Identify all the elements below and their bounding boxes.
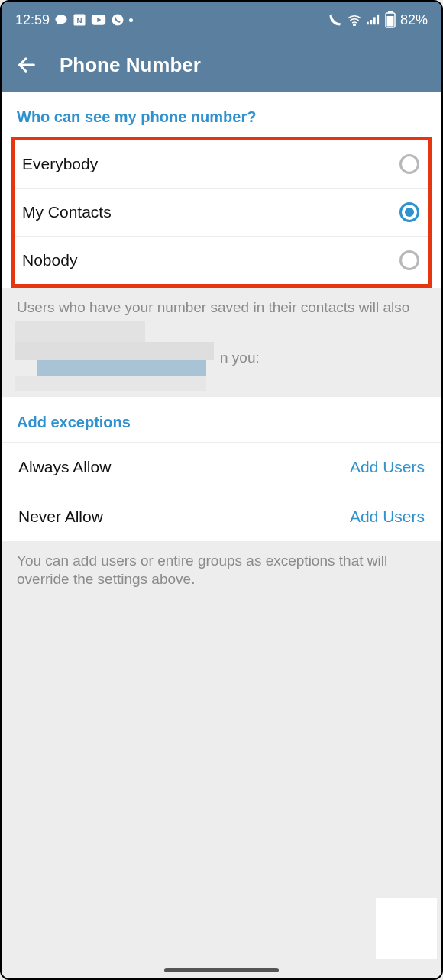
signal-icon	[367, 14, 380, 26]
status-left: 12:59 N	[15, 12, 133, 28]
svg-point-4	[354, 24, 355, 25]
redacted-area: n you:	[2, 321, 441, 397]
svg-text:N: N	[77, 16, 82, 24]
phone-badge-icon	[111, 13, 124, 27]
svg-point-3	[112, 15, 124, 26]
radio-everybody[interactable]: Everybody	[15, 140, 428, 188]
radio-icon	[399, 154, 419, 174]
radio-label: Nobody	[22, 251, 77, 269]
nav-handle[interactable]	[164, 968, 279, 972]
page-title: Phone Number	[60, 53, 201, 77]
radio-icon	[399, 250, 419, 270]
highlight-box: Everybody My Contacts Nobody	[11, 137, 432, 288]
svg-rect-5	[367, 22, 369, 25]
exceptions-header: Add exceptions	[2, 397, 441, 442]
call-icon	[328, 13, 342, 27]
visibility-section: Who can see my phone number? Everybody M…	[2, 92, 441, 288]
wifi-icon	[347, 14, 362, 26]
visibility-desc-text: Users who have your number saved in thei…	[17, 299, 409, 315]
white-patch	[376, 898, 437, 959]
back-button[interactable]	[15, 53, 38, 76]
app-icon: N	[73, 13, 86, 27]
more-dot-icon	[129, 18, 133, 22]
app-bar: Phone Number	[2, 38, 441, 92]
radio-nobody[interactable]: Nobody	[15, 236, 428, 284]
radio-label: My Contacts	[22, 203, 112, 221]
status-right: 82%	[328, 11, 428, 28]
exceptions-section: Add exceptions Always Allow Add Users Ne…	[2, 397, 441, 541]
exception-label: Always Allow	[18, 458, 111, 476]
visibility-desc: Users who have your number saved in thei…	[2, 288, 441, 321]
status-time: 12:59	[15, 12, 50, 28]
battery-text: 82%	[400, 12, 428, 28]
add-users-button[interactable]: Add Users	[350, 458, 425, 476]
exception-label: Never Allow	[18, 508, 103, 526]
radio-my-contacts[interactable]: My Contacts	[15, 188, 428, 236]
status-bar: 12:59 N 82%	[2, 2, 441, 38]
youtube-icon	[91, 14, 106, 26]
svg-rect-6	[370, 20, 373, 24]
radio-label: Everybody	[22, 155, 98, 173]
add-users-button[interactable]: Add Users	[350, 508, 425, 526]
exceptions-desc: You can add users or entire groups as ex…	[2, 541, 441, 601]
battery-icon	[385, 11, 396, 28]
svg-rect-8	[377, 15, 379, 24]
visibility-desc-tail: n you:	[220, 350, 260, 366]
chat-icon	[54, 13, 68, 27]
visibility-header: Who can see my phone number?	[2, 92, 441, 137]
radio-icon	[399, 202, 419, 222]
exception-always-allow[interactable]: Always Allow Add Users	[2, 442, 441, 492]
exception-never-allow[interactable]: Never Allow Add Users	[2, 492, 441, 541]
svg-rect-7	[373, 17, 376, 24]
arrow-left-icon	[16, 54, 37, 76]
svg-rect-11	[386, 16, 393, 27]
